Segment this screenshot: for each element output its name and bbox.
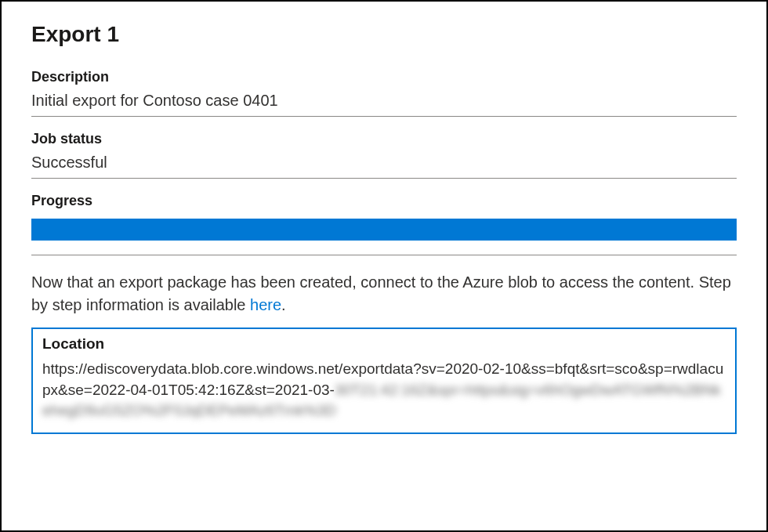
info-text: Now that an export package has been crea… [31,271,737,317]
info-text-after: . [281,296,286,313]
progress-label: Progress [31,193,737,209]
job-status-label: Job status [31,131,737,147]
progress-bar [31,219,737,241]
progress-divider [31,255,737,255]
description-value: Initial export for Contoso case 0401 [31,92,737,117]
job-status-value: Successful [31,154,737,179]
progress-bar-container [31,219,737,241]
page-title: Export 1 [31,22,737,47]
description-label: Description [31,69,737,85]
location-box: Location https://ediscoverydata.blob.cor… [31,328,737,434]
description-section: Description Initial export for Contoso c… [31,69,737,117]
progress-section: Progress [31,193,737,255]
job-status-section: Job status Successful [31,131,737,179]
location-label: Location [42,335,726,353]
info-text-before: Now that an export package has been crea… [31,273,731,313]
info-link-here[interactable]: here [250,296,281,313]
location-url[interactable]: https://ediscoverydata.blob.core.windows… [42,359,726,422]
